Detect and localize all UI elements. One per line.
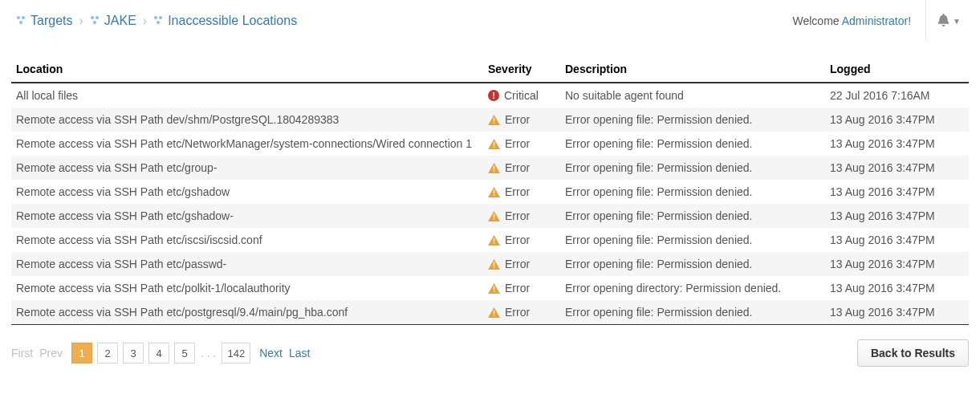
warning-triangle-icon: [488, 307, 500, 318]
target-detail-icon: [153, 14, 163, 28]
cell-description: Error opening file: Permission denied.: [560, 156, 825, 180]
pager-page-1[interactable]: 1: [71, 343, 92, 363]
cell-logged: 13 Aug 2016 3:47PM: [825, 300, 969, 325]
svg-rect-12: [494, 146, 494, 147]
breadcrumb-label: Inaccessible Locations: [168, 14, 297, 28]
svg-point-4: [96, 16, 99, 19]
col-header-location[interactable]: Location: [11, 56, 483, 83]
svg-rect-20: [494, 242, 494, 243]
col-header-description[interactable]: Description: [560, 56, 825, 83]
cell-severity: Error: [483, 276, 560, 300]
target-group-icon: [16, 14, 26, 28]
table-row[interactable]: Remote access via SSH Path etc/NetworkMa…: [11, 132, 969, 156]
cell-logged: 13 Aug 2016 3:47PM: [825, 180, 969, 204]
table-row[interactable]: Remote access via SSH Path etc/group-Err…: [11, 156, 969, 180]
cell-location: Remote access via SSH Path etc/postgresq…: [11, 300, 483, 325]
cell-description: Error opening file: Permission denied.: [560, 132, 825, 156]
svg-rect-16: [494, 194, 494, 195]
cell-location: Remote access via SSH Path etc/iscsi/isc…: [11, 228, 483, 252]
table-footer: FirstPrev12345. . .142NextLast Back to R…: [11, 325, 969, 367]
svg-rect-22: [494, 266, 494, 267]
table-row[interactable]: Remote access via SSH Path etc/iscsi/isc…: [11, 228, 969, 252]
cell-location: Remote access via SSH Path etc/gshadow: [11, 180, 483, 204]
svg-rect-9: [494, 117, 494, 121]
table-row[interactable]: Remote access via SSH Path etc/gshadow-E…: [11, 204, 969, 228]
svg-point-6: [154, 16, 157, 19]
cell-location: Remote access via SSH Path dev/shm/Postg…: [11, 108, 483, 132]
table-row[interactable]: Remote access via SSH Path etc/polkit-1/…: [11, 276, 969, 300]
pager-page-4[interactable]: 4: [148, 343, 169, 363]
cell-description: Error opening directory: Permission deni…: [560, 276, 825, 300]
cell-severity: Error: [483, 180, 560, 204]
pager-page-142[interactable]: 142: [222, 343, 250, 363]
table-header: Location Severity Description Logged: [11, 56, 969, 83]
svg-point-8: [157, 21, 160, 24]
pager: FirstPrev12345. . .142NextLast: [11, 343, 310, 363]
pager-page-5[interactable]: 5: [174, 343, 195, 363]
cell-description: Error opening file: Permission denied.: [560, 300, 825, 325]
cell-location: Remote access via SSH Path etc/NetworkMa…: [11, 132, 483, 156]
severity-label: Error: [505, 306, 530, 319]
table-row[interactable]: Remote access via SSH Path etc/gshadowEr…: [11, 180, 969, 204]
cell-logged: 22 Jul 2016 7:16AM: [825, 83, 969, 108]
cell-location: Remote access via SSH Path etc/group-: [11, 156, 483, 180]
warning-triangle-icon: [488, 163, 500, 173]
severity-label: Error: [505, 161, 530, 174]
cell-logged: 13 Aug 2016 3:47PM: [825, 228, 969, 252]
severity-label: Error: [505, 282, 530, 294]
svg-rect-26: [494, 315, 494, 315]
svg-rect-15: [494, 189, 494, 193]
warning-triangle-icon: [488, 187, 500, 197]
warning-triangle-icon: [488, 283, 500, 294]
content-area: Location Severity Description Logged All…: [0, 56, 980, 381]
pager-page-2[interactable]: 2: [97, 343, 118, 363]
svg-rect-14: [494, 170, 494, 171]
locations-table: Location Severity Description Logged All…: [11, 56, 969, 325]
pager-last[interactable]: Last: [289, 347, 310, 359]
table-row[interactable]: Remote access via SSH Path etc/passwd-Er…: [11, 252, 969, 276]
breadcrumb-link-targets[interactable]: Targets: [16, 14, 72, 28]
severity-label: Error: [505, 233, 530, 246]
breadcrumb-separator: ›: [79, 14, 83, 28]
warning-triangle-icon: [488, 259, 500, 270]
pager-first: First: [11, 347, 33, 359]
user-link[interactable]: Administrator!: [842, 14, 911, 27]
cell-severity: Error: [483, 108, 560, 132]
breadcrumb-link-inaccessible[interactable]: Inaccessible Locations: [153, 14, 297, 28]
cell-severity: Error: [483, 156, 560, 180]
cell-logged: 13 Aug 2016 3:47PM: [825, 108, 969, 132]
cell-severity: Error: [483, 228, 560, 252]
pager-next[interactable]: Next: [259, 347, 283, 359]
breadcrumb-link-jake[interactable]: JAKE: [90, 14, 136, 28]
back-to-results-button[interactable]: Back to Results: [857, 339, 969, 367]
svg-rect-10: [494, 122, 494, 123]
table-row[interactable]: Remote access via SSH Path etc/postgresq…: [11, 300, 969, 325]
pager-page-3[interactable]: 3: [123, 343, 144, 363]
severity-label: Error: [505, 258, 530, 270]
svg-rect-24: [494, 290, 494, 291]
svg-rect-18: [494, 218, 494, 219]
cell-severity: Error: [483, 204, 560, 228]
pager-prev: Prev: [39, 347, 63, 359]
cell-severity: Error: [483, 252, 560, 276]
warning-triangle-icon: [488, 139, 500, 149]
notifications-menu[interactable]: ▼: [925, 0, 972, 42]
cell-description: Error opening file: Permission denied.: [560, 108, 825, 132]
cell-logged: 13 Aug 2016 3:47PM: [825, 252, 969, 276]
cell-description: Error opening file: Permission denied.: [560, 252, 825, 276]
pager-ellipsis: . . .: [201, 347, 216, 359]
severity-label: Critical: [504, 89, 539, 102]
cell-description: Error opening file: Permission denied.: [560, 228, 825, 252]
svg-rect-17: [494, 213, 494, 217]
col-header-logged[interactable]: Logged: [825, 56, 969, 83]
svg-point-3: [91, 16, 94, 19]
welcome-text: Welcome Administrator!: [793, 14, 912, 27]
col-header-severity[interactable]: Severity: [483, 56, 560, 83]
table-row[interactable]: All local files!CriticalNo suitable agen…: [11, 83, 969, 108]
svg-rect-11: [494, 141, 494, 145]
table-row[interactable]: Remote access via SSH Path dev/shm/Postg…: [11, 108, 969, 132]
svg-rect-21: [494, 262, 494, 266]
svg-rect-23: [494, 286, 494, 290]
top-bar: Targets › JAKE › Inaccessible Locations …: [0, 0, 980, 42]
cell-description: No suitable agent found: [560, 83, 825, 108]
